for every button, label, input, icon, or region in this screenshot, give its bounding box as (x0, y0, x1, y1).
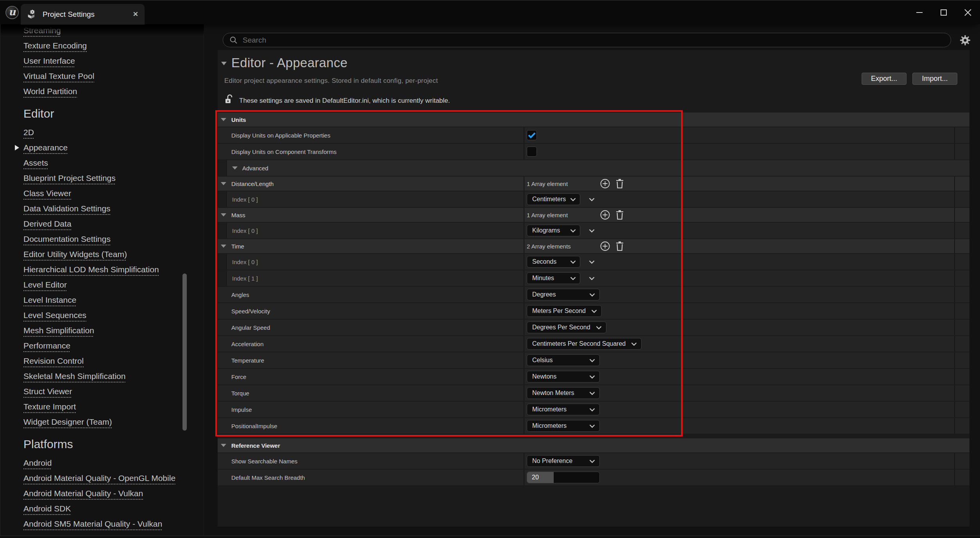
collapse-arrow-icon[interactable] (221, 118, 226, 121)
sidebar-item-world-partition[interactable]: World Partition (23, 87, 77, 96)
tab-close-icon[interactable]: ✕ (133, 10, 138, 18)
settings-row: Speed/VelocityMeters Per Second (218, 303, 969, 319)
sidebar-item-blueprint-project-settings[interactable]: Blueprint Project Settings (23, 173, 116, 183)
sidebar-item-virtual-texture-pool[interactable]: Virtual Texture Pool (23, 71, 94, 81)
indent-notch (218, 160, 227, 176)
property-label: Angular Speed (231, 324, 270, 331)
page-collapse-arrow-icon[interactable] (221, 62, 227, 65)
sidebar-item-texture-encoding[interactable]: Texture Encoding (23, 41, 87, 50)
property-label: Distance/Length (231, 181, 274, 187)
close-button[interactable] (961, 5, 975, 20)
sidebar-item-streaming[interactable]: Streaming (23, 26, 61, 35)
sidebar-item-level-editor[interactable]: Level Editor (23, 280, 67, 290)
unit-dropdown[interactable]: No Preference (527, 455, 600, 467)
collapse-arrow-icon[interactable] (221, 444, 226, 447)
chevron-down-icon (570, 260, 576, 264)
unit-dropdown[interactable]: Micrometers (527, 404, 600, 415)
gear-icon (960, 35, 971, 46)
unit-dropdown[interactable]: Meters Per Second (527, 305, 602, 317)
property-label: Mass (231, 212, 245, 218)
element-options-dropdown[interactable] (589, 277, 595, 280)
unit-dropdown[interactable]: Celsius (527, 354, 600, 366)
indent-notch (218, 270, 227, 286)
sidebar-scrollbar[interactable] (182, 273, 187, 431)
element-options-dropdown[interactable] (589, 198, 595, 201)
dropdown-value: Seconds (532, 258, 556, 265)
settings-table: UnitsDisplay Units on Applicable Propert… (218, 113, 969, 486)
element-options-dropdown[interactable] (589, 260, 595, 264)
collapse-arrow-icon[interactable] (221, 182, 226, 185)
sidebar-item-android-material-quality-opengl-mobile[interactable]: Android Material Quality - OpenGL Mobile (23, 474, 175, 483)
delete-element-icon[interactable] (615, 241, 624, 251)
property-label: Speed/Velocity (231, 308, 270, 315)
chevron-down-icon (589, 277, 595, 280)
window-bottom-edge (0, 536, 980, 538)
unit-dropdown[interactable]: Centimeters Per Second Squared (527, 338, 642, 350)
settings-row: Reference Viewer (218, 438, 969, 452)
delete-element-icon[interactable] (615, 179, 624, 189)
sidebar-section-header: Editor (23, 107, 54, 120)
sidebar-item-revision-control[interactable]: Revision Control (23, 356, 84, 366)
unit-dropdown[interactable]: Degrees (527, 289, 600, 300)
unit-dropdown[interactable]: Micrometers (527, 420, 600, 432)
settings-row: Distance/Length1 Array element (218, 177, 969, 191)
chevron-down-icon (596, 326, 602, 329)
sidebar-item-level-sequences[interactable]: Level Sequences (23, 311, 86, 320)
chevron-down-icon (589, 408, 595, 411)
unit-dropdown[interactable]: Newton Meters (527, 387, 600, 399)
maximize-button[interactable] (937, 5, 950, 20)
sidebar-item-android-material-quality-vulkan[interactable]: Android Material Quality - Vulkan (23, 489, 143, 498)
unit-dropdown[interactable]: Seconds (527, 256, 580, 268)
unit-dropdown[interactable]: Degrees Per Second (527, 322, 606, 333)
sidebar-item-editor-utility-widgets-team-[interactable]: Editor Utility Widgets (Team) (23, 250, 127, 259)
collapse-arrow-icon[interactable] (221, 245, 226, 248)
sidebar-item-user-interface[interactable]: User Interface (23, 56, 75, 66)
unit-dropdown[interactable]: Minutes (527, 272, 580, 284)
add-element-icon[interactable] (600, 210, 610, 220)
sidebar-item-assets[interactable]: Assets (23, 158, 48, 168)
sidebar-item-derived-data[interactable]: Derived Data (23, 219, 72, 229)
settings-gear-button[interactable] (957, 32, 973, 48)
collapse-arrow-icon[interactable] (232, 166, 238, 170)
sidebar-item-skeletal-mesh-simplification[interactable]: Skeletal Mesh Simplification (23, 372, 125, 381)
sidebar-item-android[interactable]: Android (23, 458, 52, 468)
numeric-input[interactable]: 20 (527, 472, 600, 483)
sidebar-item-class-viewer[interactable]: Class Viewer (23, 189, 71, 198)
sidebar-item-android-sdk[interactable]: Android SDK (23, 504, 71, 513)
minimize-button[interactable] (913, 5, 926, 20)
checkbox[interactable] (527, 147, 537, 157)
collapse-arrow-icon[interactable] (221, 213, 226, 216)
unit-dropdown[interactable]: Kilograms (527, 225, 580, 236)
chevron-down-icon (570, 229, 576, 232)
settings-category-sidebar: StreamingTexture EncodingUser InterfaceV… (0, 24, 204, 538)
unit-dropdown[interactable]: Centimeters (527, 193, 580, 205)
sidebar-item-struct-viewer[interactable]: Struct Viewer (23, 387, 72, 396)
sidebar-item-performance[interactable]: Performance (23, 341, 70, 350)
property-label: Impulse (231, 406, 252, 413)
checkbox[interactable] (527, 130, 537, 140)
search-bar[interactable] (223, 33, 951, 47)
tab-project-settings[interactable]: Project Settings ✕ (21, 4, 145, 25)
dropdown-value: Newtons (532, 373, 556, 380)
sidebar-item-level-instance[interactable]: Level Instance (23, 295, 76, 305)
sidebar-item-documentation-settings[interactable]: Documentation Settings (23, 234, 111, 244)
search-input[interactable] (243, 36, 886, 45)
sidebar-item-hierarchical-lod-mesh-simplification[interactable]: Hierarchical LOD Mesh Simplification (23, 265, 159, 274)
add-element-icon[interactable] (600, 241, 610, 251)
unit-dropdown[interactable]: Newtons (527, 371, 600, 382)
chevron-down-icon (589, 375, 595, 379)
sidebar-item-widget-designer-team-[interactable]: Widget Designer (Team) (23, 417, 112, 427)
unreal-engine-logo[interactable]: u (5, 6, 19, 19)
sidebar-item-mesh-simplification[interactable]: Mesh Simplification (23, 326, 94, 335)
element-options-dropdown[interactable] (589, 229, 595, 232)
sidebar-item-data-validation-settings[interactable]: Data Validation Settings (23, 204, 111, 213)
delete-element-icon[interactable] (615, 210, 624, 220)
sidebar-item-texture-import[interactable]: Texture Import (23, 402, 76, 411)
import-button[interactable]: Import... (912, 73, 957, 85)
add-element-icon[interactable] (600, 179, 610, 189)
sidebar-item-2d[interactable]: 2D (23, 128, 34, 137)
export-button[interactable]: Export... (862, 73, 907, 85)
sidebar-item-android-sm5-material-quality-vulkan[interactable]: Android SM5 Material Quality - Vulkan (23, 519, 162, 529)
section-label: Units (231, 116, 246, 123)
sidebar-item-appearance[interactable]: Appearance (23, 143, 68, 152)
